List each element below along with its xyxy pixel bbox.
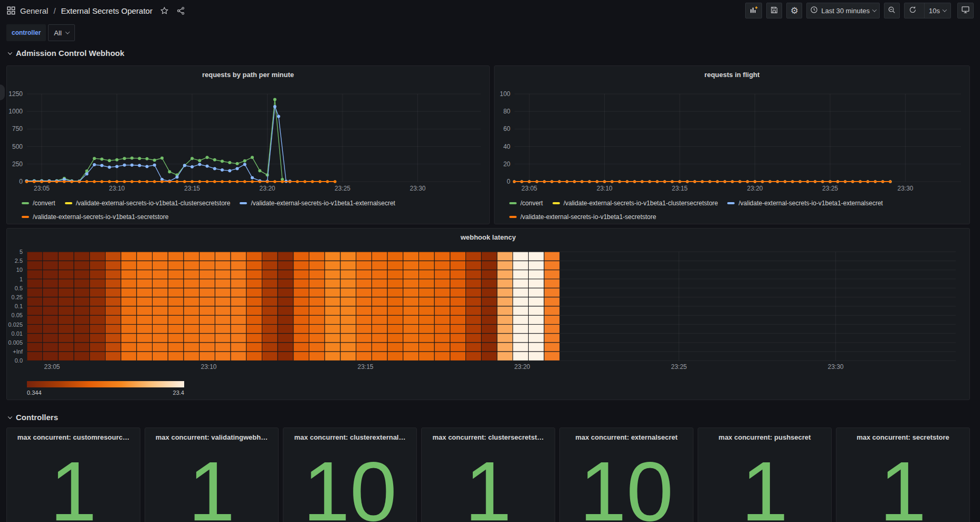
- star-icon[interactable]: [160, 6, 169, 15]
- legend-item[interactable]: /validate-external-secrets-io-v1beta1-se…: [509, 211, 656, 223]
- chevron-down-icon: [943, 7, 947, 12]
- stat-value: 1: [145, 449, 278, 522]
- stat-value: 10: [283, 449, 416, 522]
- legend-item[interactable]: /convert: [509, 197, 543, 210]
- panel-requests-in-flight: requests in flight 02040608010023:0523:1…: [494, 65, 970, 224]
- stat-panel: max concurrent: secretstore1: [836, 428, 970, 522]
- panel-add-icon: [749, 5, 758, 16]
- panel-title[interactable]: requests by path per minute: [7, 66, 489, 83]
- panel-title[interactable]: webhook latency: [7, 229, 969, 245]
- panel-title[interactable]: requests in flight: [494, 66, 969, 83]
- save-dashboard-button[interactable]: [766, 3, 782, 18]
- breadcrumb-folder[interactable]: General: [20, 6, 48, 15]
- stat-title[interactable]: max concurrent: validatingwebh…: [145, 433, 278, 441]
- svg-text:0: 0: [507, 178, 510, 185]
- legend-item[interactable]: /validate-external-secrets-io-v1beta1-se…: [22, 211, 168, 223]
- svg-text:23:30: 23:30: [897, 185, 913, 192]
- svg-text:23:20: 23:20: [514, 363, 530, 371]
- svg-text:40: 40: [503, 143, 511, 150]
- dashboard-toolbar: ⚙ Last 30 minutes: [745, 3, 974, 18]
- stat-value: 10: [560, 449, 693, 522]
- zoom-out-button[interactable]: [884, 3, 900, 18]
- svg-text:0: 0: [19, 178, 23, 185]
- svg-text:23:30: 23:30: [827, 363, 843, 371]
- dashboard-settings-button[interactable]: ⚙: [786, 3, 802, 18]
- svg-text:23:30: 23:30: [410, 185, 425, 192]
- svg-text:23:10: 23:10: [201, 363, 216, 371]
- legend-item[interactable]: /validate-external-secrets-io-v1beta1-ex…: [727, 197, 882, 210]
- svg-text:23:15: 23:15: [184, 185, 200, 192]
- section-controllers[interactable]: Controllers: [8, 413, 58, 422]
- dashboard-title[interactable]: External Secrets Operator: [61, 6, 153, 15]
- svg-text:20: 20: [503, 160, 511, 168]
- stat-value: 1: [7, 449, 140, 522]
- legend-swatch: [727, 202, 735, 204]
- svg-text:100: 100: [500, 90, 510, 98]
- svg-text:23:25: 23:25: [335, 185, 350, 192]
- svg-text:0.01: 0.01: [12, 330, 23, 337]
- stat-title[interactable]: max concurrent: externalsecret: [560, 433, 693, 441]
- svg-text:23:05: 23:05: [521, 185, 537, 192]
- refresh-icon: [909, 6, 917, 15]
- breadcrumb-separator: /: [53, 6, 55, 15]
- svg-text:10: 10: [16, 267, 23, 273]
- settings-gear-icon: ⚙: [791, 6, 798, 15]
- save-icon: [770, 6, 778, 16]
- legend-item[interactable]: /validate-external-secrets-io-v1beta1-cl…: [65, 197, 231, 210]
- time-range-picker[interactable]: Last 30 minutes: [806, 3, 880, 18]
- stat-panel: max concurrent: validatingwebh…1: [145, 428, 279, 522]
- section-title: Controllers: [16, 413, 58, 422]
- legend-swatch: [22, 216, 29, 218]
- svg-text:0.25: 0.25: [12, 294, 23, 300]
- variables-row: controller All: [6, 24, 75, 41]
- panel-requests-by-path: requests by path per minute 025050075010…: [6, 65, 490, 224]
- timeseries-chart: 02040608010023:0523:1023:1523:2023:2523:…: [494, 83, 969, 194]
- legend-label: /convert: [520, 197, 543, 210]
- legend-item[interactable]: /convert: [22, 197, 55, 210]
- svg-text:23:15: 23:15: [357, 363, 373, 371]
- svg-text:23:05: 23:05: [44, 363, 60, 371]
- add-panel-button[interactable]: [745, 3, 762, 18]
- apps-icon[interactable]: [6, 6, 16, 15]
- legend-label: /convert: [33, 197, 55, 210]
- svg-text:250: 250: [12, 160, 23, 168]
- refresh-button[interactable]: [905, 3, 921, 18]
- share-icon[interactable]: [176, 6, 185, 15]
- refresh-interval-select[interactable]: 10s: [924, 3, 950, 18]
- variable-controller-value-dropdown[interactable]: All: [48, 24, 74, 41]
- time-range-label: Last 30 minutes: [821, 7, 870, 15]
- legend-swatch: [553, 202, 560, 204]
- stats-row: max concurrent: customresourc…1max concu…: [6, 428, 970, 522]
- chart-legend: /convert/validate-external-secrets-io-v1…: [494, 196, 969, 223]
- stat-title[interactable]: max concurrent: pushsecret: [698, 433, 831, 441]
- refresh-button-group: 10s: [904, 3, 951, 18]
- svg-text:23:15: 23:15: [672, 185, 688, 192]
- stat-title[interactable]: max concurrent: clustersecretst…: [422, 433, 555, 441]
- breadcrumb: General / External Secrets Operator: [6, 6, 185, 15]
- legend-label: /validate-external-secrets-io-v1beta1-cl…: [564, 197, 718, 210]
- stat-title[interactable]: max concurrent: customresourc…: [7, 433, 140, 441]
- refresh-interval-label: 10s: [929, 7, 940, 15]
- svg-text:0.005: 0.005: [8, 339, 23, 346]
- variable-controller-label: controller: [6, 24, 46, 41]
- stat-title[interactable]: max concurrent: clusterexternal…: [283, 433, 416, 441]
- svg-text:750: 750: [12, 125, 23, 132]
- legend-item[interactable]: /validate-external-secrets-io-v1beta1-cl…: [553, 197, 718, 210]
- stat-value: 1: [698, 449, 831, 522]
- left-edge-notch: [0, 84, 5, 100]
- svg-text:1: 1: [20, 276, 23, 282]
- svg-text:23:25: 23:25: [671, 363, 687, 371]
- stat-title[interactable]: max concurrent: secretstore: [836, 433, 969, 441]
- svg-text:0.025: 0.025: [8, 321, 23, 328]
- svg-text:23:20: 23:20: [259, 185, 275, 192]
- section-admission-control-webhook[interactable]: Admission Control Webhook: [8, 49, 125, 58]
- legend-label: /validate-external-secrets-io-v1beta1-se…: [520, 211, 656, 223]
- cycle-view-mode-button[interactable]: [957, 3, 974, 18]
- svg-text:5: 5: [20, 249, 23, 255]
- section-title: Admission Control Webhook: [16, 49, 125, 58]
- legend-item[interactable]: /validate-external-secrets-io-v1beta1-ex…: [240, 197, 395, 210]
- legend-swatch: [509, 216, 517, 218]
- svg-text:0.1: 0.1: [15, 303, 23, 309]
- legend-swatch: [509, 202, 517, 204]
- timeseries-chart: 02505007501000125023:0523:1023:1523:2023…: [7, 83, 489, 194]
